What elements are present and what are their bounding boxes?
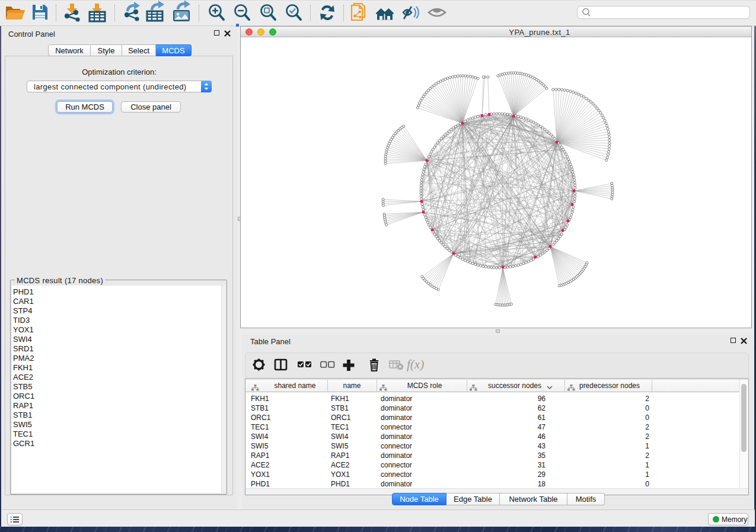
svg-text:f(x): f(x) bbox=[407, 357, 424, 371]
